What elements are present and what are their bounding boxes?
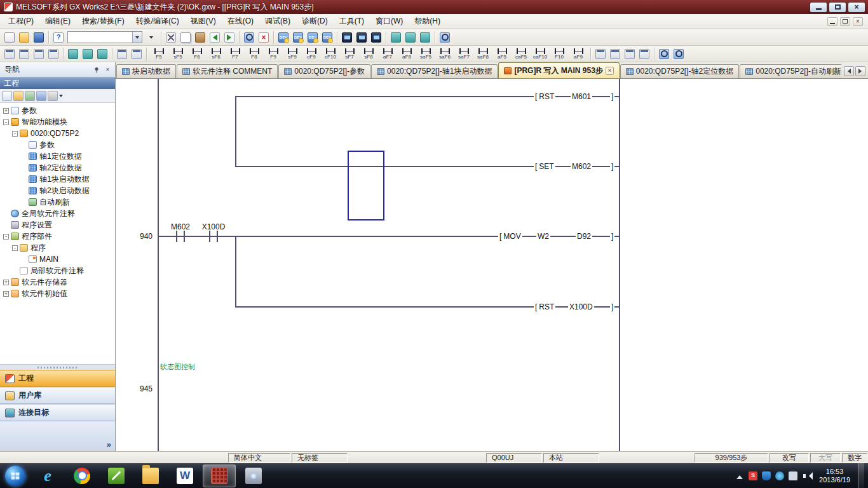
security-shield-icon[interactable] — [762, 471, 771, 480]
selector-dropdown-button[interactable] — [144, 30, 158, 44]
nav-view-button[interactable]: 用户库 — [0, 387, 115, 404]
menu-item[interactable]: 窗口(W) — [370, 14, 409, 29]
ladder-symbol-button[interactable]: F6 — [187, 46, 207, 62]
tree-item[interactable]: 轴2定位数据 — [0, 162, 115, 173]
ladder-statement[interactable]: 软态图控制 — [160, 362, 195, 372]
device-batch-button[interactable]: DEV — [306, 30, 320, 44]
nav-tool-dropdown-icon[interactable] — [59, 95, 63, 99]
tree-expander-icon[interactable] — [3, 234, 9, 240]
menu-item[interactable]: 视图(V) — [185, 14, 222, 29]
tab-close-icon[interactable] — [606, 67, 614, 75]
document-tab[interactable]: 块启动数据 — [116, 64, 176, 78]
ladder-symbol-button[interactable]: cF9 — [302, 46, 321, 62]
mdi-restore-button[interactable] — [840, 17, 850, 26]
delete-row-button[interactable] — [608, 47, 622, 61]
paste-button[interactable] — [193, 30, 207, 44]
ladder-symbol-button[interactable]: caF5 — [512, 46, 531, 62]
menu-item[interactable]: 帮助(H) — [409, 14, 446, 29]
help-button[interactable]: ? — [51, 30, 65, 44]
nav-view-button[interactable]: 连接目标 — [0, 404, 115, 421]
taskbar-notes-app[interactable] — [100, 464, 133, 487]
tree-item[interactable]: 软元件存储器 — [0, 276, 115, 288]
mov-destination-operand[interactable]: D92 — [576, 232, 592, 241]
nav-tool-options-icon[interactable] — [48, 91, 58, 101]
tree-item[interactable]: 轴2块启动数据 — [0, 185, 115, 196]
taskbar-paint-app[interactable] — [237, 464, 270, 487]
taskbar-gx-works2[interactable] — [203, 464, 236, 487]
menu-item[interactable]: 调试(B) — [259, 14, 296, 29]
note-display-button[interactable] — [32, 47, 46, 61]
pin-icon[interactable] — [92, 65, 101, 74]
tray-expand-icon[interactable] — [736, 472, 743, 479]
ladder-symbol-button[interactable]: aF5 — [492, 46, 512, 62]
menu-item[interactable]: 诊断(D) — [296, 14, 334, 29]
tree-item[interactable]: 参数 — [0, 105, 115, 116]
close-button[interactable]: × — [848, 2, 865, 13]
menu-item[interactable]: 编辑(E) — [39, 14, 76, 29]
new-project-button[interactable] — [3, 30, 17, 44]
tree-item[interactable]: 程序部件 — [0, 231, 115, 242]
nav-tool-sort-icon[interactable] — [13, 91, 24, 101]
tree-item[interactable]: 软元件初始值 — [0, 288, 115, 299]
tree-item[interactable]: 轴1定位数据 — [0, 151, 115, 162]
save-project-button[interactable] — [32, 30, 46, 44]
comment-display-button[interactable] — [3, 47, 17, 61]
ladder-symbol-button[interactable]: F10 — [550, 46, 569, 62]
minimize-button[interactable] — [810, 2, 827, 13]
usb-device-icon[interactable] — [789, 471, 797, 480]
cut-button[interactable] — [164, 30, 178, 44]
tab-scroll-left-icon[interactable] — [844, 66, 854, 76]
mdi-minimize-button[interactable] — [827, 17, 837, 26]
ladder-symbol-button[interactable]: aF8 — [397, 46, 416, 62]
nav-tool-filter-icon[interactable] — [25, 91, 35, 101]
tree-expander-icon[interactable] — [3, 280, 9, 285]
document-tab[interactable]: 0020:QD75P2[]-轴2定位数据 — [620, 64, 739, 78]
tree-expander-icon[interactable] — [3, 119, 9, 125]
mov-source-operand[interactable]: W2 — [536, 232, 550, 241]
ladder-symbol-button[interactable]: sF9 — [283, 46, 302, 62]
delete-column-button[interactable] — [637, 47, 651, 61]
tree-item[interactable]: 轴1块启动数据 — [0, 173, 115, 185]
combobox-dropdown-icon[interactable] — [132, 32, 142, 43]
menu-item[interactable]: 搜索/替换(F) — [76, 14, 130, 29]
copy-button[interactable] — [179, 30, 193, 44]
program-check-button[interactable] — [66, 47, 80, 61]
ladder-symbol-button[interactable]: sF5 — [168, 46, 187, 62]
tree-expander-icon[interactable] — [3, 291, 9, 297]
tray-update-icon[interactable] — [775, 471, 784, 480]
tree-item[interactable]: MAIN — [0, 254, 115, 265]
ladder-symbol-button[interactable]: sF7 — [340, 46, 359, 62]
menu-item[interactable]: 在线(O) — [222, 14, 259, 29]
read-mode-button[interactable] — [130, 47, 144, 61]
undo-button[interactable] — [208, 30, 222, 44]
insert-column-button[interactable] — [623, 47, 637, 61]
rst-operand[interactable]: M601 — [571, 92, 592, 101]
read-from-plc-button[interactable] — [403, 30, 417, 44]
monitor-start-button[interactable] — [340, 30, 354, 44]
device-display-button[interactable] — [46, 47, 60, 61]
nav-resize-grip[interactable] — [0, 364, 115, 370]
taskbar-word[interactable] — [168, 464, 201, 487]
verify-with-plc-button[interactable] — [418, 30, 432, 44]
menu-item[interactable]: 转换/编译(C) — [130, 14, 185, 29]
write-to-plc-button[interactable] — [389, 30, 403, 44]
taskbar-clock[interactable]: 16:53 2013/6/19 — [815, 468, 854, 484]
menu-item[interactable]: 工具(T) — [334, 14, 370, 29]
tree-expander-icon[interactable] — [12, 131, 18, 137]
ladder-symbol-button[interactable]: cF10 — [321, 46, 340, 62]
ladder-symbol-button[interactable]: F9 — [264, 46, 283, 62]
document-tab[interactable]: 软元件注释 COMMENT — [177, 64, 278, 78]
document-tab[interactable]: 0020:QD75P2[]-参数 — [278, 64, 370, 78]
tree-item[interactable]: 自动刷新 — [0, 196, 115, 208]
mdi-close-button[interactable]: × — [853, 17, 863, 26]
find-replace-button[interactable] — [242, 30, 256, 44]
ladder-symbol-button[interactable]: saF6 — [435, 46, 454, 62]
ladder-editor[interactable]: RST M601 SET M602 940 M602 X100D — [116, 79, 868, 451]
device-monitor-button[interactable]: DEV — [320, 30, 334, 44]
insert-row-button[interactable] — [593, 47, 607, 61]
nav-close-icon[interactable]: × — [103, 65, 112, 74]
convert-all-button[interactable] — [95, 47, 109, 61]
ladder-symbol-button[interactable]: sF8 — [359, 46, 378, 62]
taskbar-internet-explorer[interactable] — [31, 464, 64, 487]
ladder-symbol-button[interactable]: F8 — [245, 46, 264, 62]
